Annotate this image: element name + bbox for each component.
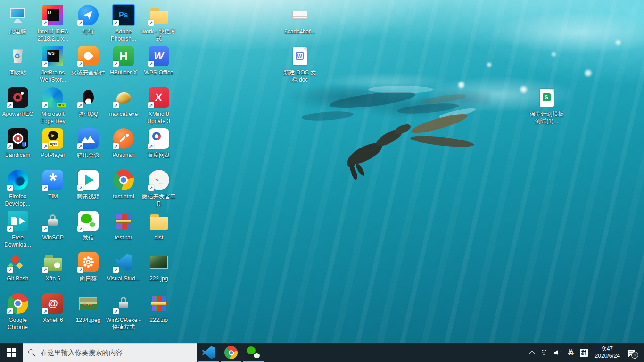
desktop-icon-free-download-manager[interactable]: ↗Free Downloa... [0, 210, 35, 248]
desktop-icon-img-1234-jpeg[interactable]: 1234.jpeg [71, 292, 106, 324]
recycle-bin-icon [8, 46, 28, 66]
desktop-icon-label: 火绒安全软件 [71, 69, 105, 76]
desktop-icon-label: 222.zip [149, 317, 168, 324]
desktop-icon-label: 1234.jpeg [76, 317, 101, 324]
desktop-icon-label: Postman [112, 152, 134, 159]
shortcut-arrow-icon: ↗ [7, 102, 13, 108]
desktop-icon-xls-baoyang[interactable]: 保养计划模板测试(1)... [529, 86, 564, 125]
desktop-icon-visual-studio-code[interactable]: ↗Visual Stud... [106, 251, 141, 282]
search-input[interactable] [40, 348, 191, 357]
desktop-icon-label: HBuilder X [110, 69, 137, 76]
desktop-icon-doc-new[interactable]: 新建 DOC 文档.doc [282, 45, 317, 83]
desktop-icon-google-chrome[interactable]: ↗Google Chrome [0, 292, 35, 331]
desktop-icon-test-rar[interactable]: test.rar [106, 210, 141, 241]
desktop-icon-winscp-exe[interactable]: ↗WinSCP.exe - 快捷方式 [106, 292, 141, 331]
search-icon [28, 349, 35, 356]
desktop-icon-work-folder[interactable]: ↗work - 快捷方式 [141, 4, 176, 42]
clock-date: 2020/6/24 [595, 353, 620, 360]
desktop-icon-label: 腾讯QQ [78, 111, 99, 118]
desktop-icon-edge-dev[interactable]: ↗Microsoft Edge Dev [35, 86, 71, 125]
desktop-icon-label: 6cadc4baf... [284, 28, 315, 35]
windows-logo-icon [7, 348, 16, 357]
zip-222-icon [149, 293, 169, 314]
desktop-icon-tencent-meeting[interactable]: ↗腾讯会议 [71, 127, 106, 159]
desktop-icon-potplayer[interactable]: ↗PotPlayer [35, 127, 71, 159]
start-button[interactable] [0, 343, 23, 362]
taskbar-app-vscode[interactable] [197, 343, 220, 362]
desktop-icon-postman[interactable]: ↗Postman [106, 127, 141, 159]
vscode-icon [202, 346, 215, 359]
shortcut-arrow-icon: ↗ [77, 102, 83, 108]
desktop-icon-wechat-devtools[interactable]: ↗微信开发者工具 [141, 169, 176, 207]
desktop-icon-dingtalk[interactable]: ↗钉钉 [71, 4, 106, 35]
desktop-icon-wps-office[interactable]: ↗WPS Office [141, 45, 176, 76]
shortcut-arrow-icon: ↗ [42, 226, 48, 232]
volume-control[interactable] [551, 343, 565, 362]
desktop-icon-adobe-photoshop[interactable]: ↗Adobe Photosh... [106, 4, 141, 42]
desktop-icon-apowerrec[interactable]: ↗ApowerREC [0, 86, 35, 118]
desktop-icon-bandicam[interactable]: ↗Bandicam [0, 127, 35, 159]
desktop-icon-label: 向日葵 [80, 275, 97, 282]
desktop-icon-label: 腾讯会议 [77, 152, 99, 159]
desktop-icon-label: JetBrains WebStor... [35, 69, 71, 83]
language-indicator[interactable]: 英 [565, 343, 577, 362]
show-desktop-button[interactable] [641, 343, 644, 362]
desktop-icon-tencent-qq[interactable]: ↗腾讯QQ [71, 86, 106, 118]
shortcut-arrow-icon: ↗ [42, 61, 48, 67]
shortcut-arrow-icon: ↗ [113, 308, 119, 314]
desktop-icon-huorong[interactable]: ↗火绒安全软件 [71, 45, 106, 76]
desktop-icon-this-pc[interactable]: 此电脑 [0, 4, 35, 35]
desktop-icon-winscp[interactable]: ↗WinSCP [35, 210, 71, 241]
desktop-icon-label: dist [154, 234, 163, 241]
desktop-icon-label: Firefox Develop... [0, 193, 35, 207]
desktop-icon-wechat[interactable]: ↗微信 [71, 210, 106, 241]
desktop-icon-img-222-jpg[interactable]: 222.jpg [141, 251, 176, 282]
speaker-icon [554, 349, 562, 356]
desktop-icon-git-bash[interactable]: ↗Git Bash [0, 251, 35, 282]
desktop-icon-test-html[interactable]: test.html [106, 169, 141, 200]
shortcut-arrow-icon: ↗ [113, 267, 119, 273]
shortcut-arrow-icon: ↗ [42, 185, 48, 191]
clock[interactable]: 9:47 2020/6/24 [591, 343, 624, 362]
desktop-icon-xftp[interactable]: ↗Xftp 6 [35, 251, 71, 282]
taskbar-app-chrome[interactable] [220, 343, 242, 362]
tray-expand-button[interactable] [527, 343, 537, 362]
desktop-icon-webstorm[interactable]: ↗JetBrains WebStor... [35, 45, 71, 83]
desktop-icon-intellij-idea[interactable]: ↗IntelliJ IDEA 2018.2.1 x... [35, 4, 71, 42]
desktop-icon-xmind[interactable]: ↗XMind 8 Update 3 [141, 86, 176, 125]
desktop-icon-sunflower[interactable]: ↗向日葵 [71, 251, 106, 282]
desktop-icon-dist-folder[interactable]: dist [141, 210, 176, 241]
notification-center-button[interactable]: 1 [624, 343, 641, 362]
desktop-icon-tencent-video[interactable]: ↗腾讯视频 [71, 169, 106, 200]
shortcut-arrow-icon: ↗ [7, 185, 13, 191]
desktop-icon-hbuilderx[interactable]: ↗HBuilder X [106, 45, 141, 76]
shortcut-arrow-icon: ↗ [77, 61, 83, 67]
img-1234-jpeg-icon [78, 293, 99, 314]
shortcut-arrow-icon: ↗ [113, 20, 119, 26]
desktop-icon-label: navicat.exe [109, 111, 138, 118]
doc-new-icon [289, 46, 310, 66]
desktop-icon-img-6cadc[interactable]: 6cadc4baf... [282, 4, 317, 35]
desktop-icon-navicat[interactable]: ↗navicat.exe [106, 86, 141, 118]
img-6cadc-icon [289, 5, 310, 25]
shortcut-arrow-icon: ↗ [7, 143, 13, 149]
desktop-icon-zip-222[interactable]: 222.zip [141, 292, 176, 324]
taskbar-search-box[interactable] [23, 343, 197, 362]
desktop-icon-label: PotPlayer [41, 152, 65, 159]
desktop-icon-label: 222.jpg [149, 275, 168, 282]
desktop-icon-firefox-dev[interactable]: ↗Firefox Develop... [0, 169, 35, 207]
chevron-up-icon [529, 351, 535, 357]
desktop-icon-xshell[interactable]: ↗Xshell 6 [35, 292, 71, 324]
ime-indicator[interactable]: 拼 [577, 343, 591, 362]
xls-baoyang-icon [537, 87, 557, 108]
network-status[interactable] [537, 343, 551, 362]
desktop-icon-recycle-bin[interactable]: 回收站 [0, 45, 35, 76]
taskbar-app-wechat[interactable] [242, 343, 265, 362]
desktop-icon-baidu-netdisk[interactable]: ↗百度网盘 [141, 127, 176, 159]
desktop-icon-label: 此电脑 [9, 28, 26, 35]
taskbar-app-buttons [197, 343, 265, 362]
desktop-icon-tim[interactable]: ↗TIM [35, 169, 71, 200]
desktop-icon-label: 百度网盘 [148, 152, 170, 159]
desktop-icon-label: 钉钉 [83, 28, 94, 35]
shortcut-arrow-icon: ↗ [148, 185, 154, 191]
